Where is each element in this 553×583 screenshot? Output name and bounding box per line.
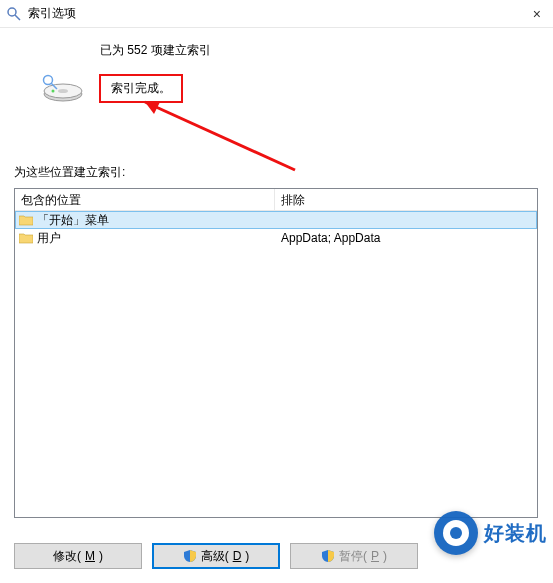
svg-point-4: [58, 89, 68, 93]
button-hotkey: P: [371, 549, 379, 563]
cell-included: 「开始」菜单: [37, 212, 109, 229]
button-label-post: ): [99, 549, 103, 563]
button-label-pre: 修改(: [53, 548, 81, 565]
button-label-pre: 高级(: [201, 548, 229, 565]
table-row[interactable]: 用户 AppData; AppData: [15, 229, 537, 247]
folder-icon: [19, 232, 33, 244]
watermark-text: 好装机: [484, 520, 547, 547]
pause-button[interactable]: 暂停(P): [290, 543, 418, 569]
button-label-post: ): [245, 549, 249, 563]
cell-included: 用户: [37, 230, 61, 247]
index-locations-label: 为这些位置建立索引:: [14, 164, 125, 181]
button-hotkey: D: [233, 549, 242, 563]
shield-icon: [183, 549, 197, 563]
index-options-icon: [6, 6, 22, 22]
column-header-excluded[interactable]: 排除: [275, 189, 537, 210]
titlebar: 索引选项 ×: [0, 0, 553, 28]
annotation-arrow: [120, 92, 320, 182]
button-row: 修改(M) 高级(D) 暂停(P): [14, 543, 418, 569]
svg-point-0: [8, 8, 16, 16]
svg-marker-9: [145, 102, 160, 114]
close-button[interactable]: ×: [527, 6, 547, 22]
shield-icon: [321, 549, 335, 563]
index-summary: 已为 552 项建立索引: [100, 42, 553, 59]
modify-button[interactable]: 修改(M): [14, 543, 142, 569]
watermark-badge-icon: [434, 511, 478, 555]
folder-icon: [19, 214, 33, 226]
table-row[interactable]: 「开始」菜单: [15, 211, 537, 229]
drive-icon: [42, 72, 84, 104]
watermark: 好装机: [434, 511, 547, 555]
svg-line-1: [15, 15, 20, 20]
column-header-included[interactable]: 包含的位置: [15, 189, 275, 210]
button-hotkey: M: [85, 549, 95, 563]
cell-excluded: AppData; AppData: [275, 231, 537, 245]
table-header: 包含的位置 排除: [15, 189, 537, 211]
advanced-button[interactable]: 高级(D): [152, 543, 280, 569]
button-label-post: ): [383, 549, 387, 563]
button-label-pre: 暂停(: [339, 548, 367, 565]
locations-table: 包含的位置 排除 「开始」菜单 用户 AppData; AppData: [14, 188, 538, 518]
svg-line-8: [145, 102, 295, 170]
svg-point-5: [52, 90, 55, 93]
index-status-highlight: 索引完成。: [99, 74, 183, 103]
window-title: 索引选项: [28, 5, 76, 22]
